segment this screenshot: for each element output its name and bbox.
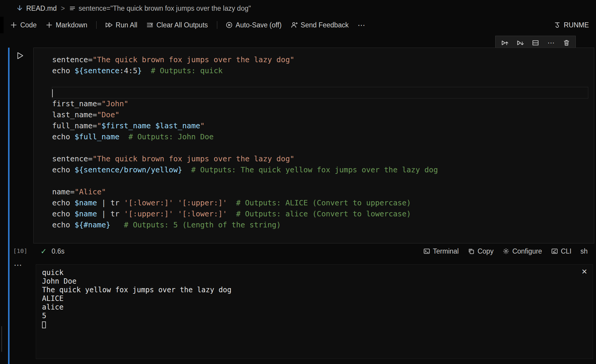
execute-above-button[interactable] bbox=[497, 37, 512, 49]
cell-status-actions: Terminal Copy Configure CLI sh bbox=[423, 243, 588, 259]
clear-all-outputs-button[interactable]: Clear All Outputs bbox=[146, 21, 208, 29]
code-token: | tr bbox=[97, 199, 124, 207]
code-token: full_name= bbox=[52, 121, 97, 130]
code-line[interactable]: echo $name | tr '[:upper:]' '[:lower:]' … bbox=[52, 208, 588, 219]
code-lines: sentence="The quick brown fox jumps over… bbox=[52, 54, 588, 230]
code-line[interactable] bbox=[52, 76, 588, 87]
code-line[interactable]: first_name="John" bbox=[52, 98, 588, 109]
code-token: # Outputs: alice (Convert to lowercase) bbox=[236, 210, 411, 218]
clear-all-icon bbox=[146, 21, 153, 29]
clear-all-outputs-label: Clear All Outputs bbox=[156, 21, 208, 29]
run-cell-button[interactable] bbox=[15, 51, 24, 60]
breadcrumb-section[interactable]: sentence="The quick brown fox jumps over… bbox=[79, 4, 251, 13]
code-token: echo bbox=[52, 132, 74, 141]
code-token: echo bbox=[52, 199, 74, 207]
code-line[interactable]: echo $name | tr '[:lower:]' '[:upper:]' … bbox=[52, 197, 588, 208]
split-cell-button[interactable] bbox=[528, 37, 543, 49]
cell-more-actions-button[interactable]: ⋯ bbox=[544, 37, 558, 49]
code-token bbox=[227, 210, 236, 218]
code-line[interactable] bbox=[52, 175, 588, 186]
copy-button[interactable]: Copy bbox=[468, 247, 493, 255]
code-token: $name bbox=[74, 210, 97, 218]
copy-label: Copy bbox=[477, 247, 493, 255]
notebook-toolbar: Code Markdown Run All Clear All Outputs bbox=[0, 17, 596, 33]
terminal-button[interactable]: Terminal bbox=[423, 247, 459, 255]
code-token: $first_name bbox=[102, 121, 151, 130]
code-token: | tr bbox=[97, 210, 124, 218]
code-line[interactable]: name="Alice" bbox=[52, 186, 588, 197]
gear-icon bbox=[502, 248, 510, 255]
auto-save-button[interactable]: Auto-Save (off) bbox=[226, 21, 282, 29]
runme-notebook-window: READ.md > sentence="The quick brown fox … bbox=[0, 0, 596, 364]
plus-icon bbox=[10, 21, 17, 29]
code-line[interactable]: sentence="The quick brown fox jumps over… bbox=[52, 54, 588, 65]
editor-left-edge bbox=[0, 17, 4, 33]
code-token: '[:lower:]' bbox=[124, 199, 173, 207]
add-code-button[interactable]: Code bbox=[10, 21, 37, 29]
code-line[interactable]: echo ${sentence/brown/yellow} # Outputs:… bbox=[52, 164, 588, 175]
code-line[interactable]: echo ${sentence:4:5} # Outputs: quick bbox=[52, 65, 588, 76]
output-line: alice bbox=[42, 303, 587, 312]
output-line: quick bbox=[42, 268, 587, 277]
code-token: name= bbox=[52, 188, 74, 196]
copy-icon bbox=[468, 248, 475, 255]
auto-save-label: Auto-Save (off) bbox=[236, 21, 282, 29]
markdown-file-icon bbox=[16, 5, 23, 12]
configure-label: Configure bbox=[512, 247, 542, 255]
output-menu-button[interactable]: ⋯ bbox=[14, 260, 22, 270]
code-token: echo bbox=[52, 221, 74, 229]
scrollbar[interactable] bbox=[1, 326, 2, 352]
breadcrumb: READ.md > sentence="The quick brown fox … bbox=[0, 0, 596, 17]
code-token: # Outputs: quick bbox=[151, 66, 223, 75]
close-output-button[interactable]: ✕ bbox=[581, 268, 587, 275]
code-line[interactable] bbox=[52, 87, 588, 98]
output-line: The quick yellow fox jumps over the lazy… bbox=[42, 286, 587, 294]
output-lines: quickJohn DoeThe quick yellow fox jumps … bbox=[42, 268, 587, 329]
cell-language-picker[interactable]: sh bbox=[581, 247, 588, 255]
code-token: # Outputs: John Doe bbox=[128, 132, 214, 141]
code-token bbox=[151, 121, 155, 130]
code-token: # Outputs: ALICE (Convert to uppercase) bbox=[236, 199, 411, 207]
execute-below-button[interactable] bbox=[513, 37, 527, 49]
send-feedback-button[interactable]: Send Feedback bbox=[291, 21, 349, 29]
add-markdown-button[interactable]: Markdown bbox=[46, 21, 87, 29]
code-token: "The quick brown fox jumps over the lazy… bbox=[92, 55, 294, 64]
code-line[interactable]: full_name="$first_name $last_name" bbox=[52, 120, 588, 131]
run-all-label: Run All bbox=[116, 21, 137, 29]
toolbar-divider bbox=[96, 21, 97, 29]
delete-cell-button[interactable] bbox=[559, 37, 574, 49]
output-line: John Doe bbox=[42, 277, 587, 286]
code-token bbox=[173, 210, 178, 218]
code-token bbox=[227, 199, 236, 207]
configure-button[interactable]: Configure bbox=[502, 247, 542, 255]
code-token: echo bbox=[52, 165, 74, 174]
toolbar-more-button[interactable]: ⋯ bbox=[358, 21, 366, 29]
send-feedback-label: Send Feedback bbox=[301, 21, 349, 29]
code-token: $full_name bbox=[74, 132, 119, 141]
code-token: '[:lower:]' bbox=[178, 210, 227, 218]
code-token: ${#name} bbox=[74, 221, 110, 229]
code-token bbox=[182, 165, 191, 174]
breadcrumb-file[interactable]: READ.md bbox=[26, 4, 57, 13]
plus-icon bbox=[46, 21, 53, 29]
breadcrumb-separator: > bbox=[61, 4, 65, 13]
code-line[interactable]: sentence="The quick brown fox jumps over… bbox=[52, 153, 588, 164]
code-line[interactable]: echo $full_name # Outputs: John Doe bbox=[52, 131, 588, 142]
code-token: "Doe" bbox=[97, 110, 119, 119]
cli-button[interactable]: CLI bbox=[551, 247, 572, 255]
output-line: 5 bbox=[42, 312, 587, 320]
output-line: ALICE bbox=[42, 294, 587, 303]
code-line[interactable] bbox=[52, 142, 588, 153]
code-line[interactable]: last_name="Doe" bbox=[52, 109, 588, 120]
code-cell-editor[interactable]: sentence="The quick brown fox jumps over… bbox=[33, 48, 594, 243]
runme-kernel-button[interactable]: RUNME bbox=[554, 21, 596, 29]
run-all-button[interactable]: Run All bbox=[105, 21, 137, 29]
code-token: $last_name bbox=[155, 121, 200, 130]
execution-count: [10] bbox=[13, 247, 27, 254]
code-token bbox=[111, 221, 124, 229]
cell-status-bar: [10] ✓ 0.6s Terminal Copy C bbox=[0, 243, 594, 259]
runme-logo-icon bbox=[554, 21, 561, 29]
toolbar-divider bbox=[217, 21, 217, 29]
code-line[interactable]: echo ${#name} # Outputs: 5 (Length of th… bbox=[52, 219, 588, 230]
code-token: echo bbox=[52, 66, 74, 75]
